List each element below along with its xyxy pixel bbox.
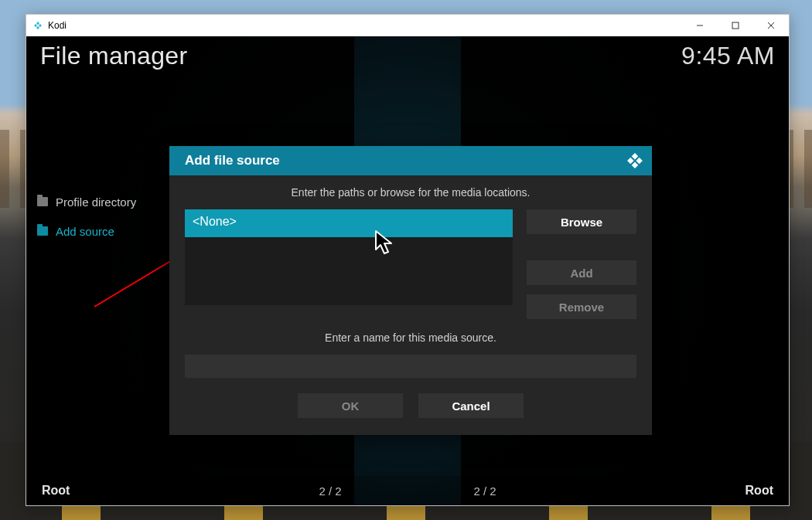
clock: 9:45 AM xyxy=(681,42,775,70)
svg-rect-12 xyxy=(632,161,638,168)
path-input-value: <None> xyxy=(193,215,237,228)
window-title: Kodi xyxy=(48,20,67,31)
svg-rect-10 xyxy=(636,158,642,164)
svg-rect-2 xyxy=(34,24,37,27)
cancel-button[interactable]: Cancel xyxy=(418,393,524,418)
name-hint-text: Enter a name for this media source. xyxy=(185,331,636,344)
status-right-page: 2 / 2 xyxy=(408,484,562,498)
kodi-icon xyxy=(626,151,644,170)
add-file-source-dialog: Add file source Enter the paths or brows… xyxy=(169,146,652,435)
ok-button[interactable]: OK xyxy=(298,393,403,418)
svg-rect-3 xyxy=(36,26,39,29)
list-item-profile-directory[interactable]: Profile directory xyxy=(36,187,175,216)
status-left-label: Root xyxy=(42,484,70,498)
list-item-add-source[interactable]: Add source xyxy=(36,216,175,246)
folder-icon xyxy=(37,197,48,206)
svg-rect-11 xyxy=(627,158,633,164)
kodi-app: File manager 9:45 AM Profile directory A… xyxy=(26,36,789,505)
folder-icon xyxy=(37,226,48,236)
svg-rect-9 xyxy=(632,153,638,159)
list-item-label: Profile directory xyxy=(56,195,136,209)
path-hint-text: Enter the paths or browse for the media … xyxy=(185,186,636,199)
window-minimize-button[interactable] xyxy=(682,15,718,36)
path-input[interactable]: <None> xyxy=(185,209,513,237)
file-list: Profile directory Add source xyxy=(36,187,175,246)
status-bar: Root 2 / 2 2 / 2 Root xyxy=(26,476,789,505)
status-right-label: Root xyxy=(745,484,773,498)
svg-rect-1 xyxy=(39,24,42,27)
dialog-title: Add file source xyxy=(185,153,280,168)
list-item-label: Add source xyxy=(56,225,114,238)
window-maximize-button[interactable] xyxy=(718,15,753,36)
status-left-page: 2 / 2 xyxy=(253,484,408,498)
browse-button[interactable]: Browse xyxy=(527,209,636,234)
svg-rect-0 xyxy=(36,22,39,25)
page-title: File manager xyxy=(40,42,187,70)
remove-button[interactable]: Remove xyxy=(527,294,636,319)
app-window: Kodi File manager 9:45 AM Profile direct… xyxy=(26,14,790,506)
kodi-icon xyxy=(32,20,43,31)
name-input[interactable] xyxy=(185,355,636,378)
add-button[interactable]: Add xyxy=(527,260,636,285)
dialog-header: Add file source xyxy=(169,146,652,175)
path-list[interactable] xyxy=(185,237,513,305)
window-close-button[interactable] xyxy=(753,15,789,36)
svg-rect-5 xyxy=(732,22,739,29)
window-titlebar: Kodi xyxy=(26,15,789,36)
